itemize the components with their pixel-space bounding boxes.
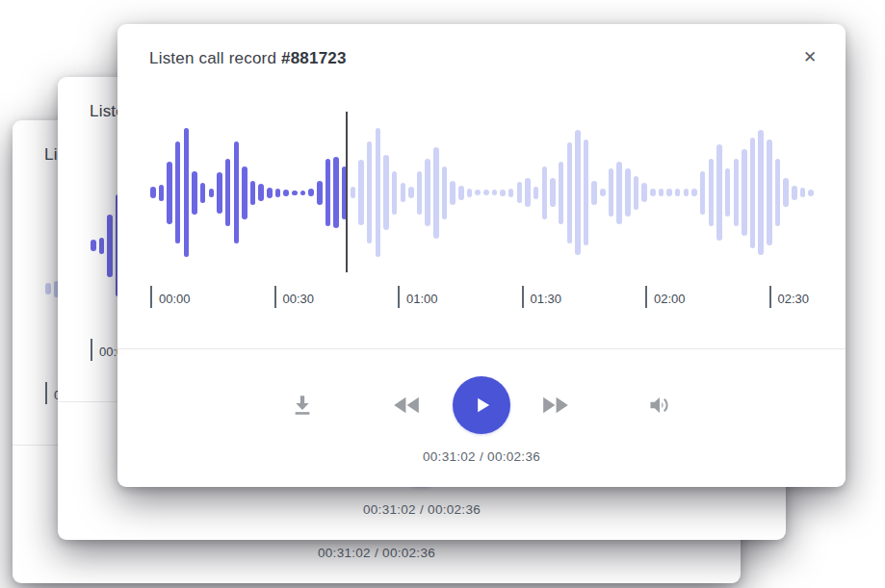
waveform-bar-upcoming <box>383 155 389 230</box>
waveform-bar-played <box>209 189 215 197</box>
waveform-bar-played <box>99 238 105 254</box>
call-record-dialog: Listen call record #881723 ✕ 00:0000:300… <box>117 24 846 487</box>
tick-mark <box>522 286 524 308</box>
waveform-bar-upcoming <box>358 160 364 225</box>
waveform-bar-played <box>192 171 197 215</box>
waveform-bar-played <box>225 159 231 226</box>
waveform-bar-upcoming <box>550 178 556 207</box>
waveform-bar-played <box>234 141 240 243</box>
tick-mark <box>645 286 647 308</box>
waveform-bar-played <box>283 190 289 196</box>
waveform-bar-upcoming <box>691 189 697 196</box>
waveform-bar-upcoming <box>525 178 531 207</box>
fast-forward-button[interactable] <box>542 396 569 414</box>
waveform-bar-upcoming <box>450 181 456 205</box>
waveform-bar-upcoming <box>641 183 647 202</box>
waveform-bar-upcoming <box>616 162 622 224</box>
waveform-bar-upcoming <box>517 182 523 203</box>
rewind-button[interactable] <box>393 396 420 414</box>
waveform-bar-upcoming <box>534 187 539 199</box>
divider <box>117 348 846 349</box>
waveform-bar-upcoming <box>742 149 747 236</box>
play-button[interactable] <box>453 376 510 434</box>
waveform-bar-upcoming <box>442 166 448 219</box>
waveform[interactable] <box>117 112 846 273</box>
waveform-bar-upcoming <box>351 187 356 198</box>
waveform-bar-played <box>159 185 165 201</box>
waveform-bar-upcoming <box>584 140 589 245</box>
waveform-bar-upcoming <box>367 141 373 243</box>
waveform-bar-upcoming <box>567 142 573 243</box>
waveform-bar-played <box>200 183 206 203</box>
waveform-bar-played <box>250 181 256 205</box>
tick-mark <box>769 286 771 308</box>
waveform-bar-upcoming <box>417 171 423 215</box>
tick-label: 00:30 <box>283 292 315 306</box>
tick-label: 02:30 <box>778 292 810 306</box>
volume-button[interactable] <box>647 393 673 419</box>
waveform-bar-upcoming <box>684 189 690 196</box>
volume-icon <box>647 393 673 419</box>
waveform-bar-upcoming <box>792 186 797 200</box>
tick-label: 01:00 <box>406 292 438 306</box>
waveform-bar-upcoming <box>758 130 764 255</box>
waveform-bar-upcoming <box>775 159 781 226</box>
waveform-bar-upcoming <box>783 178 789 207</box>
dialog-record-number: #881723 <box>281 49 347 67</box>
waveform-bar-upcoming <box>675 189 681 196</box>
fast-forward-icon <box>542 396 569 414</box>
waveform-bar-played <box>167 162 172 224</box>
download-button[interactable] <box>290 391 315 420</box>
waveform-bar-upcoming <box>492 190 498 195</box>
download-icon <box>290 391 315 420</box>
waveform-bar-upcoming <box>750 138 756 248</box>
waveform-bar-played <box>308 189 314 196</box>
time-display: 00:31:02 / 00:02:36 <box>58 502 786 517</box>
waveform-bar-upcoming <box>800 188 806 197</box>
time-display: 00:31:02 / 00:02:36 <box>117 449 846 464</box>
waveform-bar-upcoming <box>467 189 473 197</box>
waveform-bar-upcoming <box>600 189 606 196</box>
waveform-bar-upcoming <box>767 140 772 245</box>
waveform-bar-upcoming <box>559 162 564 224</box>
waveform-bar-upcoming <box>376 128 381 257</box>
waveform-bar-played <box>333 157 339 228</box>
waveform-bar-played <box>175 141 181 243</box>
waveform-bar-upcoming <box>659 189 664 196</box>
waveform-bar-upcoming <box>634 176 639 210</box>
waveform-bar-upcoming <box>734 159 740 226</box>
waveform-bar-upcoming <box>475 190 481 195</box>
waveform-bar-upcoming <box>401 183 406 202</box>
play-circle[interactable] <box>453 376 510 434</box>
waveform-bar-played <box>258 184 264 201</box>
waveform-bar-upcoming <box>700 171 706 215</box>
waveform-bar-upcoming <box>483 190 489 195</box>
tick-label: 00:00 <box>159 292 191 306</box>
tick-mark <box>274 286 276 308</box>
waveform-bar-played <box>267 188 273 198</box>
waveform-bar-played <box>242 166 247 219</box>
waveform-bar-played <box>184 128 190 257</box>
waveform-bar-upcoming <box>808 190 814 196</box>
waveform-bar-played <box>217 172 222 214</box>
waveform-bar-upcoming <box>433 147 439 239</box>
waveform-bar-upcoming <box>500 190 506 196</box>
time-display: 00:31:02 / 00:02:36 <box>13 546 741 560</box>
dialog-title-text: Listen call record <box>149 49 281 67</box>
waveform-bar-played <box>292 191 298 195</box>
waveform-bar-upcoming <box>392 171 398 215</box>
waveform-bar-upcoming <box>542 166 548 219</box>
playhead-cursor[interactable] <box>346 112 348 272</box>
waveform-bar-upcoming <box>725 168 731 217</box>
close-icon[interactable]: ✕ <box>799 47 820 68</box>
rewind-icon <box>393 396 420 414</box>
tick-label: 01:30 <box>531 292 562 306</box>
waveform-bar-upcoming <box>709 159 715 226</box>
dialog-stack: Listen call record #881723 ✕ 00:0000:300… <box>0 0 885 588</box>
waveform-bar-played <box>91 240 96 251</box>
waveform-bar-played <box>275 189 281 197</box>
dialog-title: Listen call record #881723 <box>149 49 347 68</box>
tick-mark <box>150 286 152 308</box>
waveform-bar-upcoming <box>425 159 430 226</box>
waveform-bar-upcoming <box>650 189 656 196</box>
